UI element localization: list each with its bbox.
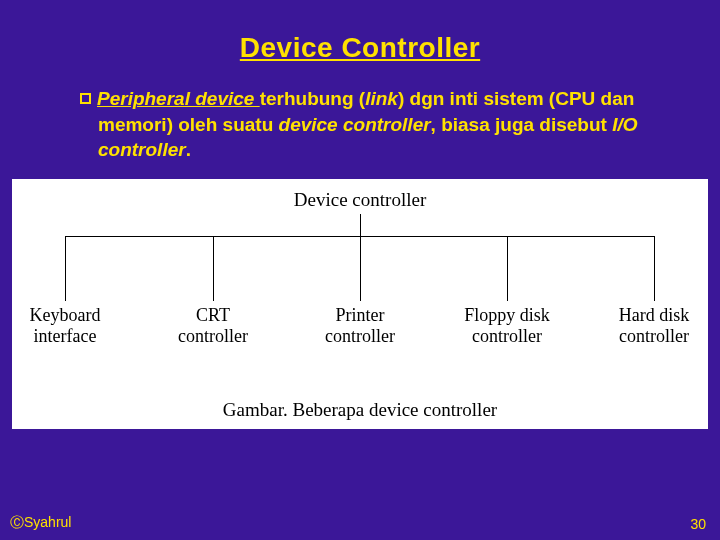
text-plain-3: , biasa juga disebut	[431, 114, 613, 135]
footer-author: ⒸSyahrul	[10, 514, 71, 532]
diagram: Device controller Keyboard interface CRT…	[12, 179, 708, 429]
text-peripheral-device: Peripheral device	[97, 88, 260, 109]
text-plain-4: .	[186, 139, 191, 160]
diagram-leaf-crt: CRT controller	[148, 305, 278, 346]
diagram-leaf-floppy: Floppy disk controller	[442, 305, 572, 346]
slide: Device Controller Peripheral device terh…	[0, 0, 720, 540]
diagram-vline-5	[654, 236, 655, 301]
leaf-line2: interface	[34, 326, 97, 346]
diagram-root-label: Device controller	[294, 189, 426, 211]
leaf-line2: controller	[619, 326, 689, 346]
leaf-line1: Hard disk	[619, 305, 690, 325]
slide-title: Device Controller	[0, 0, 720, 64]
leaf-line1: Floppy disk	[464, 305, 550, 325]
leaf-line1: CRT	[196, 305, 230, 325]
text-plain-1: terhubung (	[260, 88, 366, 109]
leaf-line2: controller	[325, 326, 395, 346]
diagram-vline-4	[507, 236, 508, 301]
diagram-leaf-printer: Printer controller	[295, 305, 425, 346]
bullet-paragraph: Peripheral device terhubung (link) dgn i…	[80, 86, 650, 163]
diagram-tree: Device controller Keyboard interface CRT…	[12, 179, 708, 389]
diagram-vline-2	[213, 236, 214, 301]
leaf-line2: controller	[472, 326, 542, 346]
leaf-line1: Printer	[336, 305, 385, 325]
diagram-stem-line	[360, 214, 361, 236]
diagram-leaf-keyboard: Keyboard interface	[0, 305, 130, 346]
leaf-line1: Keyboard	[30, 305, 101, 325]
text-link: link	[365, 88, 398, 109]
diagram-vline-3	[360, 236, 361, 301]
leaf-line2: controller	[178, 326, 248, 346]
text-device-controller: device controller	[279, 114, 431, 135]
footer-page-number: 30	[690, 516, 706, 532]
bullet-square-icon	[80, 93, 91, 104]
diagram-leaf-harddisk: Hard disk controller	[589, 305, 719, 346]
diagram-caption: Gambar. Beberapa device controller	[12, 399, 708, 421]
diagram-vline-1	[65, 236, 66, 301]
